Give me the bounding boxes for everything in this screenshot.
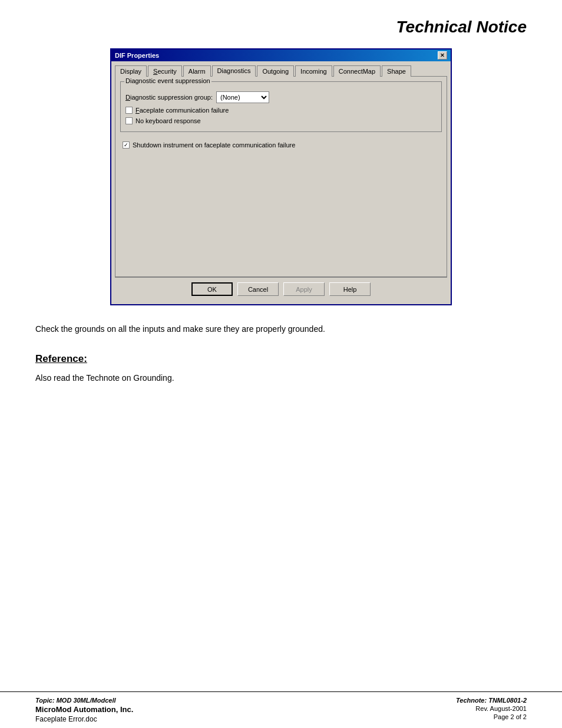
tab-content-diagnostics: Diagnostic event suppression Diagnostic … [115,77,447,277]
diagnostic-event-suppression-group: Diagnostic event suppression Diagnostic … [120,81,442,132]
suppression-select[interactable]: (None) [216,91,269,103]
suppression-select-wrapper: (None) [216,91,269,103]
tab-security[interactable]: Security [148,65,182,77]
faceplate-failure-label: Faceplate communication failure [135,107,229,114]
tab-incoming[interactable]: Incoming [295,65,332,77]
page-title: Technical Notice [35,18,527,37]
tab-connectmap[interactable]: ConnectMap [333,65,381,77]
tab-alarm[interactable]: Alarm [183,65,211,77]
footer-company: MicroMod Automation, Inc. [35,705,133,714]
faceplate-failure-checkbox[interactable] [125,107,133,114]
dialog-body: Display Security Alarm Diagnostics Outgo… [111,61,451,304]
no-keyboard-label: No keyboard response [135,117,201,124]
tab-display[interactable]: Display [115,65,147,77]
tab-outgoing[interactable]: Outgoing [257,65,294,77]
body-paragraph-2: Also read the Technote on Grounding. [35,372,527,384]
tab-bar: Display Security Alarm Diagnostics Outgo… [115,65,447,77]
content-area [120,151,442,269]
button-row: OK Cancel Apply Help [115,277,447,301]
dialog-title: DIF Properties [115,52,159,59]
ok-button[interactable]: OK [191,282,233,296]
dialog-wrapper: DIF Properties ✕ Display Security Alarm … [35,48,527,305]
faceplate-failure-checkbox-row: Faceplate communication failure [125,107,437,114]
footer-left: Topic: MOD 30ML/Modcell MicroMod Automat… [35,697,133,723]
footer-page: Page 2 of 2 [456,713,527,720]
footer-topic-label: Topic: [35,697,55,704]
suppression-label: Diagnostic suppression group: [125,94,213,101]
footer-topic-value: MOD 30ML/Modcell [57,697,116,704]
footer-right: Technote: TNML0801-2 Rev. August-2001 Pa… [456,697,527,723]
footer-technote-label: Technote: [456,697,487,704]
group-box-label: Diagnostic event suppression [124,77,211,84]
page-footer: Topic: MOD 30ML/Modcell MicroMod Automat… [0,691,562,728]
cancel-button[interactable]: Cancel [237,282,279,296]
dialog-close-button[interactable]: ✕ [438,51,447,60]
footer-doc: Faceplate Error.doc [35,715,133,723]
help-button[interactable]: Help [329,282,371,296]
no-keyboard-checkbox-row: No keyboard response [125,117,437,124]
page-container: Technical Notice DIF Properties ✕ Displa… [0,0,562,728]
footer-topic: Topic: MOD 30ML/Modcell [35,697,133,704]
tab-shape[interactable]: Shape [382,65,411,77]
footer-technote-value: TNML0801-2 [488,697,527,704]
shutdown-label: Shutdown instrument on faceplate communi… [133,141,295,149]
shutdown-checkbox[interactable] [123,141,130,149]
dialog: DIF Properties ✕ Display Security Alarm … [110,48,452,305]
no-keyboard-checkbox[interactable] [125,117,133,124]
dialog-titlebar: DIF Properties ✕ [111,50,451,61]
footer-technote: Technote: TNML0801-2 [456,697,527,704]
reference-heading: Reference: [35,353,527,365]
suppression-group-row: Diagnostic suppression group: (None) [125,91,437,103]
body-paragraph-1: Check the grounds on all the inputs and … [35,323,527,335]
footer-rev: Rev. August-2001 [456,705,527,712]
shutdown-checkbox-row: Shutdown instrument on faceplate communi… [123,141,442,149]
apply-button[interactable]: Apply [283,282,325,296]
tab-diagnostics[interactable]: Diagnostics [212,65,256,77]
